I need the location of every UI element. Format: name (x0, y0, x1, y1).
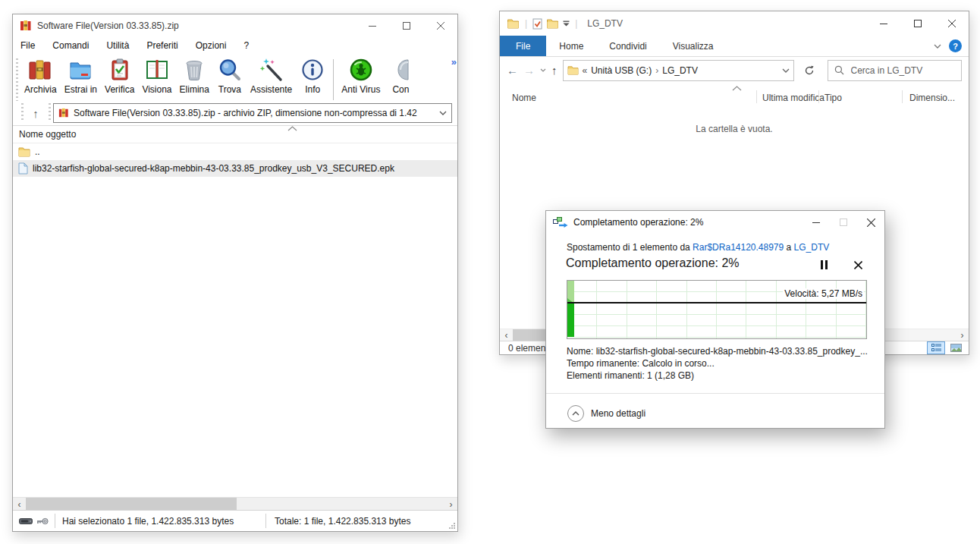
customize-quick-access-icon[interactable] (563, 20, 570, 27)
up-one-level-icon[interactable]: ↑ (26, 104, 46, 122)
minimize-icon[interactable] (803, 211, 830, 234)
list-item-parent-dir[interactable]: .. (13, 143, 457, 160)
scrollbar-thumb[interactable] (26, 498, 237, 511)
info-button[interactable]: Info (296, 56, 329, 96)
move-source-link[interactable]: Rar$DRa14120.48979 (693, 242, 784, 253)
help-icon[interactable]: ? (949, 39, 962, 52)
column-separator[interactable] (818, 90, 819, 103)
delete-trash-icon (181, 57, 207, 83)
column-ultima-modifica[interactable]: Ultima modifica (762, 93, 825, 103)
column-separator[interactable] (902, 90, 903, 103)
menu-file[interactable]: File (20, 40, 35, 51)
minimize-icon[interactable] (355, 14, 389, 37)
comment-button[interactable]: Con (384, 56, 417, 96)
copy-progress-dialog: Completamento operazione: 2% Spostamento… (545, 210, 885, 429)
maximize-icon[interactable] (389, 14, 423, 37)
column-nome[interactable]: Nome (512, 93, 536, 103)
archive-path-value: Software File(Version 03.33.85).zip - ar… (74, 108, 435, 118)
tab-visualizza[interactable]: Visualizza (660, 36, 727, 56)
winrar-toolbar: Archivia Estrai in Verifica Visiona Elim (13, 54, 457, 103)
address-bar[interactable]: « Unità USB (G:) › LG_DTV (563, 60, 794, 81)
wizard-button[interactable]: Assistente (247, 56, 296, 96)
address-dropdown-icon[interactable] (782, 68, 790, 73)
progress-heading: Completamento operazione: 2% (566, 256, 740, 270)
menu-preferiti[interactable]: Preferiti (146, 40, 177, 51)
properties-quick-icon[interactable] (532, 18, 542, 30)
detail-time-text: Tempo rimanente: Calcolo in corso... (567, 357, 868, 369)
menu-help[interactable]: ? (243, 40, 249, 51)
winrar-list-header[interactable]: Nome oggetto (13, 126, 457, 143)
chevron-down-icon[interactable] (439, 111, 447, 115)
move-connector-text: a (784, 242, 793, 253)
delete-button[interactable]: Elimina (176, 56, 213, 96)
toolbar-label: Archivia (24, 84, 57, 95)
search-input[interactable] (850, 64, 936, 77)
breadcrumb-folder[interactable]: LG_DTV (662, 65, 698, 76)
recent-locations-icon[interactable] (540, 68, 546, 72)
tab-home[interactable]: Home (546, 36, 596, 56)
folder-icon (18, 146, 30, 157)
winrar-titlebar: Software File(Version 03.33.85).zip (13, 14, 457, 37)
address-gripper (49, 103, 51, 121)
extract-to-button[interactable]: Estrai in (61, 56, 101, 96)
search-box[interactable] (828, 60, 963, 81)
key-icon[interactable] (36, 517, 49, 526)
archive-path-combobox[interactable]: Software File(Version 03.33.85).zip - ar… (53, 103, 452, 123)
up-icon[interactable]: ↑ (551, 64, 558, 77)
scroll-left-icon[interactable]: ‹ (500, 329, 513, 341)
explorer-window-title: LG_DTV (587, 18, 623, 29)
crumb-overflow-icon[interactable]: « (583, 65, 588, 76)
expand-ribbon-icon[interactable] (934, 44, 941, 49)
close-icon[interactable] (934, 11, 969, 36)
fewer-details-toggle[interactable]: Meno dettagli (567, 402, 645, 425)
new-folder-quick-icon[interactable] (546, 18, 559, 29)
titlebar-separator: | (525, 18, 527, 29)
column-dimensione[interactable]: Dimensio... (909, 93, 955, 103)
add-archive-button[interactable]: Archivia (20, 56, 61, 96)
winrar-statusbar: Hai selezionato 1 file, 1.422.835.313 by… (13, 510, 457, 531)
address-gripper (21, 103, 24, 121)
explorer-titlebar: | | LG_DTV (500, 11, 969, 36)
chevron-up-circle-icon (567, 405, 584, 422)
list-item-epk-file[interactable]: lib32-starfish-global-secured-k8ap-mebbi… (13, 160, 457, 177)
test-archive-button[interactable]: Verifica (101, 56, 138, 96)
cancel-icon[interactable] (851, 259, 865, 271)
menu-utilita[interactable]: Utilità (106, 40, 129, 51)
back-icon[interactable]: ← (507, 64, 518, 77)
refresh-icon[interactable] (799, 65, 819, 76)
winrar-horizontal-scrollbar[interactable]: ‹ › (13, 497, 457, 511)
tab-file[interactable]: File (500, 36, 546, 56)
view-file-button[interactable]: Visiona (138, 56, 175, 96)
scroll-right-icon[interactable]: › (444, 498, 457, 511)
transfer-details: Nome: lib32-starfish-global-secured-k8ap… (567, 345, 868, 382)
drive-icon[interactable] (19, 517, 33, 526)
tab-condividi[interactable]: Condividi (596, 36, 659, 56)
resize-grip[interactable] (448, 522, 456, 530)
pause-icon[interactable] (816, 259, 831, 271)
minimize-icon[interactable] (866, 11, 900, 36)
breadcrumb-separator-icon[interactable]: › (655, 65, 658, 76)
column-separator[interactable] (756, 90, 757, 103)
menu-opzioni[interactable]: Opzioni (196, 40, 227, 51)
toolbar-label: Verifica (105, 84, 134, 95)
column-name-oggetto[interactable]: Nome oggetto (19, 129, 76, 140)
maximize-icon[interactable] (900, 11, 934, 36)
explorer-ribbon-tabs: File Home Condividi Visualizza ? (500, 36, 969, 57)
find-button[interactable]: Trova (213, 56, 247, 96)
close-icon[interactable] (423, 14, 457, 37)
column-tipo[interactable]: Tipo (825, 93, 842, 103)
scroll-left-icon[interactable]: ‹ (13, 498, 26, 511)
thumbnails-view-button[interactable] (947, 341, 965, 354)
toolbar-label: Info (305, 84, 320, 95)
menu-comandi[interactable]: Comandi (52, 40, 89, 51)
move-destination-link[interactable]: LG_DTV (794, 242, 830, 253)
details-view-button[interactable] (927, 341, 945, 354)
antivirus-button[interactable]: Anti Virus (338, 56, 384, 96)
list-item-name: .. (35, 146, 40, 157)
fewer-details-label: Meno dettagli (591, 408, 645, 419)
toolbar-overflow-icon[interactable]: » (451, 56, 455, 68)
close-icon[interactable] (857, 211, 884, 234)
breadcrumb-drive[interactable]: Unità USB (G:) (591, 65, 652, 76)
scroll-right-icon[interactable]: › (956, 329, 969, 341)
explorer-navbar: ← → ↑ « Unità USB (G:) › LG_DTV (500, 56, 969, 84)
